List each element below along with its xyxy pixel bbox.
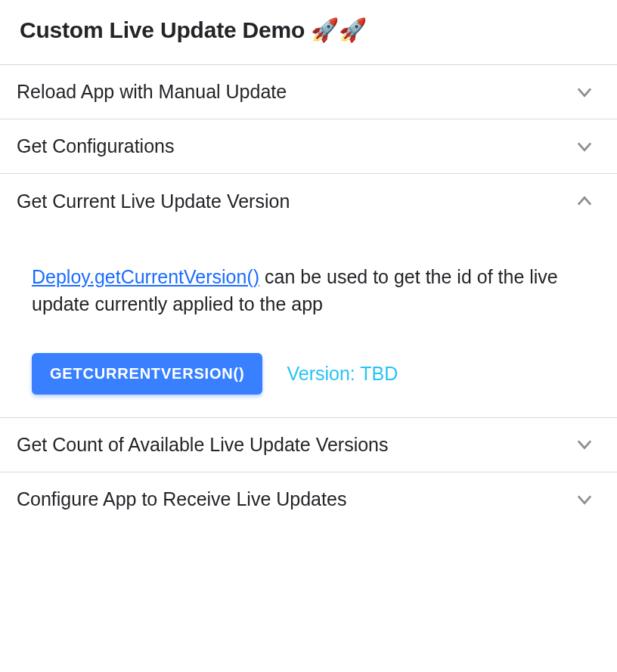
panel-description: Deploy.getCurrentVersion() can be used t… [32, 263, 585, 318]
accordion-item-label: Get Current Live Update Version [17, 190, 290, 212]
accordion-item-reload-app[interactable]: Reload App with Manual Update [0, 65, 617, 119]
accordion-item-get-current-version[interactable]: Get Current Live Update Version [0, 174, 617, 228]
header: Custom Live Update Demo 🚀🚀 [0, 0, 617, 65]
version-display: Version: TBD [287, 363, 398, 385]
chevron-down-icon [572, 432, 597, 457]
accordion-item-label: Get Configurations [17, 135, 174, 157]
accordion-panel-get-current-version: Deploy.getCurrentVersion() can be used t… [0, 228, 617, 418]
panel-action-row: getCurrentVersion() Version: TBD [32, 353, 585, 395]
accordion-item-label: Get Count of Available Live Update Versi… [17, 434, 389, 456]
chevron-down-icon [572, 487, 597, 513]
accordion-item-get-configurations[interactable]: Get Configurations [0, 119, 617, 174]
deploy-get-current-version-link[interactable]: Deploy.getCurrentVersion() [32, 266, 259, 287]
chevron-down-icon [572, 79, 597, 105]
page-title: Custom Live Update Demo 🚀🚀 [20, 17, 597, 43]
accordion-item-get-count-versions[interactable]: Get Count of Available Live Update Versi… [0, 418, 617, 472]
chevron-up-icon [572, 188, 597, 214]
accordion-item-label: Configure App to Receive Live Updates [17, 488, 346, 510]
get-current-version-button[interactable]: getCurrentVersion() [32, 353, 262, 395]
accordion-item-configure-app[interactable]: Configure App to Receive Live Updates [0, 472, 617, 527]
accordion-list: Reload App with Manual Update Get Config… [0, 65, 617, 527]
chevron-down-icon [572, 134, 597, 159]
accordion-item-label: Reload App with Manual Update [17, 81, 287, 103]
